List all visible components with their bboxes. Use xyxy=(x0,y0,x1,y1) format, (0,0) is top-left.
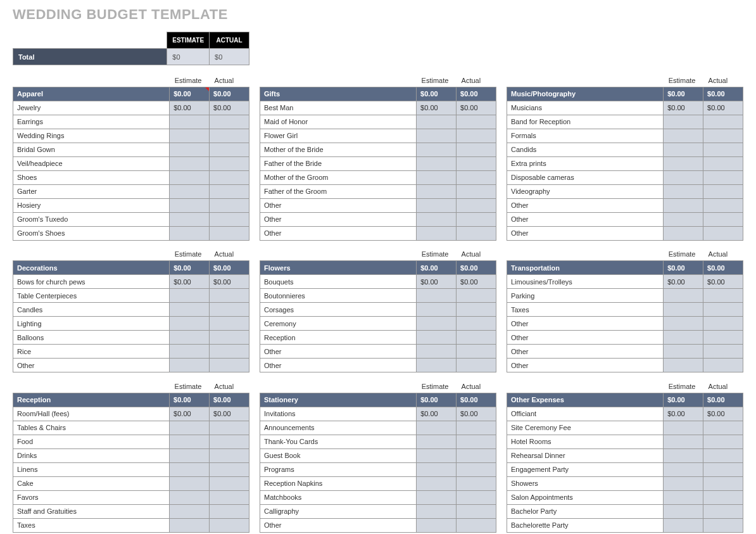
line-item-estimate[interactable] xyxy=(170,226,210,240)
line-item-actual[interactable] xyxy=(457,129,496,143)
line-item-estimate[interactable] xyxy=(170,476,210,490)
line-item-actual[interactable] xyxy=(703,115,743,129)
line-item-estimate[interactable] xyxy=(170,156,210,170)
line-item-actual[interactable] xyxy=(457,143,496,156)
line-item-actual[interactable] xyxy=(703,476,743,490)
line-item-actual[interactable] xyxy=(703,359,743,372)
line-item-actual[interactable] xyxy=(457,435,496,448)
line-item-estimate[interactable] xyxy=(664,184,703,198)
line-item-estimate[interactable] xyxy=(664,289,703,303)
line-item-estimate[interactable] xyxy=(417,448,457,462)
line-item-estimate[interactable] xyxy=(170,435,210,448)
line-item-estimate[interactable] xyxy=(664,476,703,490)
line-item-actual[interactable] xyxy=(457,156,496,170)
line-item-estimate[interactable] xyxy=(417,504,457,518)
line-item-estimate[interactable] xyxy=(417,184,457,198)
line-item-actual[interactable]: $0.00 xyxy=(457,101,496,115)
line-item-actual[interactable] xyxy=(210,289,249,303)
line-item-estimate[interactable] xyxy=(170,462,210,476)
line-item-actual[interactable] xyxy=(210,359,249,372)
line-item-estimate[interactable] xyxy=(170,345,210,359)
line-item-actual[interactable] xyxy=(457,331,496,345)
line-item-estimate[interactable] xyxy=(664,170,703,184)
line-item-actual[interactable] xyxy=(457,184,496,198)
line-item-estimate[interactable]: $0.00 xyxy=(664,407,703,421)
line-item-actual[interactable] xyxy=(210,476,249,490)
line-item-estimate[interactable] xyxy=(417,143,457,156)
line-item-estimate[interactable] xyxy=(417,317,457,331)
line-item-actual[interactable]: $0.00 xyxy=(703,101,743,115)
line-item-estimate[interactable] xyxy=(170,143,210,156)
line-item-actual[interactable] xyxy=(457,317,496,331)
line-item-estimate[interactable] xyxy=(664,359,703,372)
line-item-actual[interactable] xyxy=(457,421,496,435)
line-item-actual[interactable] xyxy=(457,212,496,226)
line-item-actual[interactable] xyxy=(210,421,249,435)
line-item-estimate[interactable] xyxy=(664,226,703,240)
line-item-actual[interactable] xyxy=(210,303,249,317)
line-item-actual[interactable] xyxy=(703,156,743,170)
line-item-estimate[interactable] xyxy=(170,212,210,226)
line-item-estimate[interactable]: $0.00 xyxy=(170,275,210,289)
line-item-estimate[interactable] xyxy=(417,421,457,435)
line-item-actual[interactable]: $0.00 xyxy=(210,275,249,289)
line-item-actual[interactable] xyxy=(210,184,249,198)
line-item-actual[interactable] xyxy=(703,448,743,462)
line-item-actual[interactable] xyxy=(210,156,249,170)
line-item-actual[interactable] xyxy=(703,421,743,435)
line-item-estimate[interactable] xyxy=(664,518,703,532)
line-item-estimate[interactable] xyxy=(664,331,703,345)
line-item-estimate[interactable] xyxy=(417,226,457,240)
line-item-estimate[interactable]: $0.00 xyxy=(170,101,210,115)
line-item-estimate[interactable] xyxy=(417,289,457,303)
line-item-estimate[interactable] xyxy=(170,115,210,129)
line-item-estimate[interactable] xyxy=(417,212,457,226)
line-item-actual[interactable]: $0.00 xyxy=(703,407,743,421)
line-item-estimate[interactable]: $0.00 xyxy=(417,275,457,289)
line-item-estimate[interactable] xyxy=(664,345,703,359)
line-item-actual[interactable] xyxy=(210,212,249,226)
line-item-actual[interactable] xyxy=(703,490,743,504)
line-item-actual[interactable]: $0.00 xyxy=(703,275,743,289)
line-item-actual[interactable] xyxy=(457,518,496,532)
line-item-estimate[interactable]: $0.00 xyxy=(417,101,457,115)
line-item-actual[interactable] xyxy=(703,462,743,476)
line-item-estimate[interactable] xyxy=(170,490,210,504)
line-item-actual[interactable] xyxy=(457,462,496,476)
line-item-actual[interactable] xyxy=(703,212,743,226)
line-item-estimate[interactable] xyxy=(170,198,210,212)
line-item-estimate[interactable] xyxy=(664,303,703,317)
line-item-actual[interactable] xyxy=(210,448,249,462)
line-item-estimate[interactable] xyxy=(170,331,210,345)
line-item-actual[interactable] xyxy=(210,198,249,212)
line-item-actual[interactable] xyxy=(703,226,743,240)
line-item-estimate[interactable] xyxy=(170,504,210,518)
line-item-estimate[interactable] xyxy=(664,129,703,143)
line-item-estimate[interactable]: $0.00 xyxy=(664,101,703,115)
line-item-estimate[interactable] xyxy=(664,490,703,504)
line-item-actual[interactable] xyxy=(210,435,249,448)
line-item-actual[interactable] xyxy=(457,504,496,518)
line-item-estimate[interactable] xyxy=(417,518,457,532)
summary-total-actual[interactable]: $0 xyxy=(210,49,249,65)
line-item-estimate[interactable] xyxy=(664,504,703,518)
line-item-actual[interactable] xyxy=(703,198,743,212)
line-item-estimate[interactable] xyxy=(170,448,210,462)
line-item-actual[interactable] xyxy=(703,184,743,198)
line-item-actual[interactable] xyxy=(703,170,743,184)
line-item-actual[interactable] xyxy=(457,289,496,303)
line-item-estimate[interactable] xyxy=(170,129,210,143)
line-item-actual[interactable] xyxy=(703,303,743,317)
line-item-actual[interactable] xyxy=(457,115,496,129)
line-item-estimate[interactable] xyxy=(664,421,703,435)
line-item-estimate[interactable] xyxy=(417,435,457,448)
line-item-actual[interactable] xyxy=(703,345,743,359)
line-item-actual[interactable] xyxy=(457,490,496,504)
line-item-estimate[interactable]: $0.00 xyxy=(170,407,210,421)
line-item-actual[interactable] xyxy=(703,435,743,448)
line-item-estimate[interactable] xyxy=(417,170,457,184)
line-item-actual[interactable]: $0.00 xyxy=(457,275,496,289)
line-item-actual[interactable] xyxy=(457,345,496,359)
line-item-actual[interactable] xyxy=(457,476,496,490)
line-item-estimate[interactable] xyxy=(664,143,703,156)
